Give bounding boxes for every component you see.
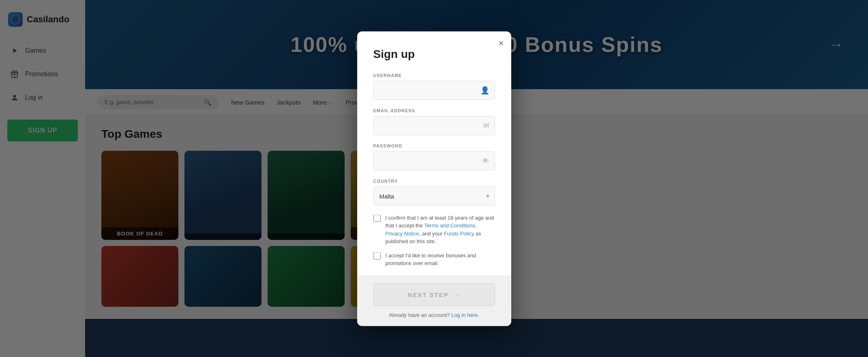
already-account-text: Already have an account? xyxy=(389,312,450,318)
password-input-wrap: 👁 xyxy=(373,151,495,170)
email-label: EMAIL ADDRESS xyxy=(373,108,495,113)
arrow-right-icon: → xyxy=(454,291,461,298)
eye-icon[interactable]: 👁 xyxy=(482,156,489,165)
country-select[interactable]: Malta United Kingdom Germany Sweden Norw… xyxy=(373,186,495,205)
terms-checkbox-group: I confirm that I am at least 18 years of… xyxy=(373,214,495,245)
country-group: COUNTRY Malta United Kingdom Germany Swe… xyxy=(373,178,495,205)
privacy-link[interactable]: Privacy Notice xyxy=(386,230,419,236)
country-label: COUNTRY xyxy=(373,178,495,183)
next-step-label: NEXT STEP xyxy=(407,291,448,298)
username-input[interactable] xyxy=(373,81,495,100)
country-select-wrap: Malta United Kingdom Germany Sweden Norw… xyxy=(373,186,495,205)
email-group: EMAIL ADDRESS ✉ xyxy=(373,108,495,135)
next-step-button[interactable]: NEXT STEP → xyxy=(373,283,495,306)
signup-modal: × Sign up USERNAME 👤 EMAIL ADDRESS ✉ PAS… xyxy=(357,31,511,326)
password-input[interactable] xyxy=(373,151,495,170)
terms-checkbox[interactable] xyxy=(373,214,381,222)
username-label: USERNAME xyxy=(373,73,495,77)
email-input-wrap: ✉ xyxy=(373,116,495,135)
modal-title: Sign up xyxy=(373,47,495,60)
username-group: USERNAME 👤 xyxy=(373,73,495,100)
modal-close-button[interactable]: × xyxy=(499,38,504,47)
terms-label: I confirm that I am at least 18 years of… xyxy=(386,214,495,245)
funds-policy-link[interactable]: Funds Policy xyxy=(444,230,474,236)
already-account: Already have an account? Log in here. xyxy=(373,312,495,318)
email-input[interactable] xyxy=(373,116,495,135)
modal-body: Sign up USERNAME 👤 EMAIL ADDRESS ✉ PASSW… xyxy=(357,31,511,267)
promotions-checkbox[interactable] xyxy=(373,252,381,259)
password-label: PASSWORD xyxy=(373,143,495,148)
terms-link[interactable]: Terms and Conditions xyxy=(424,222,475,229)
password-group: PASSWORD 👁 xyxy=(373,143,495,170)
promotions-label: I accept I'd like to receive bonuses and… xyxy=(386,251,495,267)
login-link[interactable]: Log in here. xyxy=(451,312,479,318)
modal-footer: NEXT STEP → Already have an account? Log… xyxy=(357,275,511,326)
promotions-checkbox-group: I accept I'd like to receive bonuses and… xyxy=(373,251,495,267)
username-input-wrap: 👤 xyxy=(373,81,495,100)
